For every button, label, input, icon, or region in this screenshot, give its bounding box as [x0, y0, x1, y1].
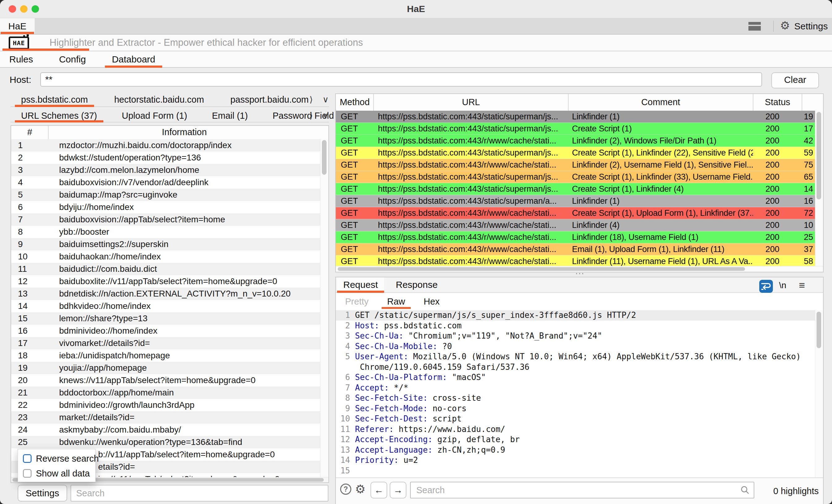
search-settings-gear-icon[interactable]: ⚙ [355, 481, 366, 497]
checkbox-icon[interactable] [23, 469, 32, 478]
editor-menu-icon[interactable]: ≡ [799, 277, 805, 294]
vertical-scrollbar[interactable] [815, 310, 823, 477]
row-information: bdminivideo://home/index [48, 325, 158, 337]
table-row[interactable]: GET https://pss.bdstatic.com:443/r/www/c… [336, 219, 816, 231]
list-item[interactable]: 21 bddoctorbox://app/home/main [11, 387, 320, 399]
list-item[interactable]: 22 bdminivideo://growth/launch3rdApp [11, 399, 320, 411]
cell-length: 37 [802, 243, 816, 255]
list-item[interactable]: 9 baiduimsettings2://superskin [11, 238, 320, 250]
scrollbar-thumb[interactable] [816, 112, 821, 199]
editor-tab[interactable]: Response [390, 277, 444, 292]
tab-hae[interactable]: HaE [0, 18, 35, 34]
list-item[interactable]: 11 baidudict://com.baidu.dict [11, 263, 320, 275]
column-header-status[interactable]: Status [753, 94, 802, 110]
previous-match-button[interactable]: ← [370, 482, 387, 499]
next-match-button[interactable]: → [390, 482, 407, 499]
category-tab[interactable]: URL Schemes (37) [15, 109, 103, 122]
nav-tab[interactable]: Rules [2, 51, 40, 67]
list-item[interactable]: 14 bdhkvideo://home/index [11, 300, 320, 312]
column-divider [48, 126, 49, 139]
list-item[interactable]: 3 lazybd://com.melon.lazymelon/home [11, 164, 320, 176]
table-row[interactable]: GET https://pss.bdstatic.com:443/r/www/c… [336, 231, 816, 243]
left-settings-button[interactable]: Settings [18, 485, 67, 502]
tab-scroll-right-icon[interactable]: ⟩ [310, 93, 313, 106]
list-item[interactable]: 10 baiduhaokan://home/index [11, 250, 320, 263]
list-item[interactable]: 13 bdnetdisk://n/action.EXTERNAL_ACTIVIT… [11, 287, 320, 300]
editor-tab[interactable]: Request [337, 277, 384, 292]
editor-search-input[interactable] [410, 482, 754, 499]
list-item[interactable]: 19 youjia://app/homepage [11, 362, 320, 374]
list-item[interactable]: 20 knews://v11/appTab/select?item=home&u… [11, 374, 320, 387]
category-tab[interactable]: Upload Form (1) [116, 109, 193, 122]
board-layout-icon[interactable] [748, 22, 761, 31]
list-item[interactable]: 16 bdminivideo://home/index [11, 325, 320, 337]
left-search-input[interactable] [71, 485, 329, 502]
list-item[interactable]: 18 ieba://unidispatch/homepage [11, 349, 320, 362]
list-item[interactable]: 17 vivomarket://details?id= [11, 337, 320, 349]
table-row[interactable]: GET https://pss.bdstatic.com:443/r/www/c… [336, 207, 816, 219]
list-item[interactable]: 23 market://details?id= [11, 411, 320, 424]
list-item[interactable]: 24 askmybaby://com.baidu.mbaby/ [11, 424, 320, 436]
domain-tab[interactable]: pss.bdstatic.com [15, 93, 94, 106]
row-information: baidumap://map?src=uginvoke [48, 189, 177, 201]
table-row[interactable]: GET https://pss.bdstatic.com:443/r/www/c… [336, 243, 816, 255]
list-item[interactable]: 12 baiduboxlite://v11/appTab/select?item… [11, 275, 320, 287]
settings-gear-icon[interactable]: ⚙ [780, 18, 790, 34]
nav-tab[interactable]: Config [52, 51, 93, 67]
message-editor-panel: Request Response Pretty Raw Hex \n ≡ 1 [335, 277, 824, 504]
vertical-scrollbar[interactable] [320, 139, 329, 477]
cell-comment: Linkfinder (2), Windows File/Dir Path (1… [568, 135, 753, 146]
scrollbar-thumb[interactable] [338, 267, 745, 271]
list-item[interactable]: 5 baidumap://map?src=uginvoke [11, 189, 320, 201]
word-wrap-toggle-icon[interactable] [759, 280, 773, 293]
line-content: Accept-Encoding: gzip, deflate, br [350, 435, 520, 445]
list-item[interactable]: 8 ybb://booster [11, 226, 320, 238]
table-row[interactable]: GET https://pss.bdstatic.com:443/static/… [336, 171, 816, 183]
column-header-comment[interactable]: Comment [568, 94, 753, 110]
table-row[interactable]: GET https://pss.bdstatic.com:443/r/www/c… [336, 159, 816, 171]
column-header-information[interactable]: Information [48, 126, 320, 139]
splitter-drag-handle-icon[interactable]: ⋯ [570, 270, 591, 276]
table-row[interactable]: GET https://pss.bdstatic.com:443/static/… [336, 147, 816, 159]
list-item[interactable]: 7 baiduboxvision://appTab/select?item=ho… [11, 213, 320, 226]
row-information: bdwenku://wenku/operation?type=136&tab=f… [48, 436, 242, 448]
help-icon[interactable]: ? [340, 484, 351, 495]
domain-tab[interactable]: hectorstatic.baidu.com [108, 93, 210, 106]
tab-list-dropdown-icon[interactable]: ∨ [322, 93, 329, 106]
vertical-scrollbar[interactable] [815, 111, 823, 266]
scrollbar-thumb[interactable] [322, 140, 327, 175]
show-all-data-option[interactable]: Show all data [23, 469, 90, 478]
show-newlines-toggle-icon[interactable]: \n [779, 277, 786, 294]
list-item[interactable]: 4 baiduboxvision://v7/vendor/ad/deeplink [11, 176, 320, 189]
column-header-index[interactable]: # [11, 126, 48, 139]
host-input[interactable] [40, 72, 762, 87]
checkbox-icon[interactable] [23, 454, 32, 463]
tab-list-dropdown-icon[interactable]: ∨ [322, 109, 329, 122]
table-row[interactable]: GET https://pss.bdstatic.com:443/static/… [336, 123, 816, 135]
list-item[interactable]: 1 mzdoctor://muzhi.baidu.com/doctorapp/i… [11, 139, 320, 151]
table-row[interactable]: GET https://pss.bdstatic.com:443/r/www/c… [336, 135, 816, 147]
table-row[interactable]: GET https://pss.bdstatic.com:443/static/… [336, 195, 816, 207]
row-information: bdhkvideo://home/index [48, 300, 151, 312]
list-item[interactable]: 2 bdwkst://student/operation?type=136 [11, 151, 320, 164]
scrollbar-thumb[interactable] [816, 312, 821, 348]
column-header-url[interactable]: URL [373, 94, 568, 110]
nav-tab[interactable]: Databoard [105, 51, 162, 67]
row-index: 5 [11, 189, 48, 201]
list-item[interactable]: 15 lemon://share?type=13 [11, 312, 320, 325]
list-item[interactable]: 6 bdyiju://home/index [11, 201, 320, 213]
settings-button[interactable]: Settings [794, 18, 828, 34]
table-row[interactable]: GET https://pss.bdstatic.com:443/static/… [336, 183, 816, 195]
domain-tab[interactable]: passport.baidu.com [224, 93, 315, 106]
view-mode-tab[interactable]: Hex [418, 293, 445, 310]
view-mode-tab[interactable]: Pretty [340, 293, 374, 310]
tab-scroll-right-icon[interactable]: ⟩ [310, 109, 313, 122]
reverse-search-option[interactable]: Reverse search [23, 454, 99, 464]
column-header-method[interactable]: Method [336, 94, 373, 110]
list-item[interactable]: 25 bdwenku://wenku/operation?type=136&ta… [11, 436, 320, 448]
category-tab[interactable]: Email (1) [206, 109, 254, 122]
table-row[interactable]: GET https://pss.bdstatic.com:443/static/… [336, 111, 816, 123]
view-mode-tab[interactable]: Raw [382, 293, 411, 310]
clear-button[interactable]: Clear [771, 72, 819, 88]
raw-request-editor[interactable]: 1 GET /static/superman/js/s_super_index-… [336, 310, 823, 477]
